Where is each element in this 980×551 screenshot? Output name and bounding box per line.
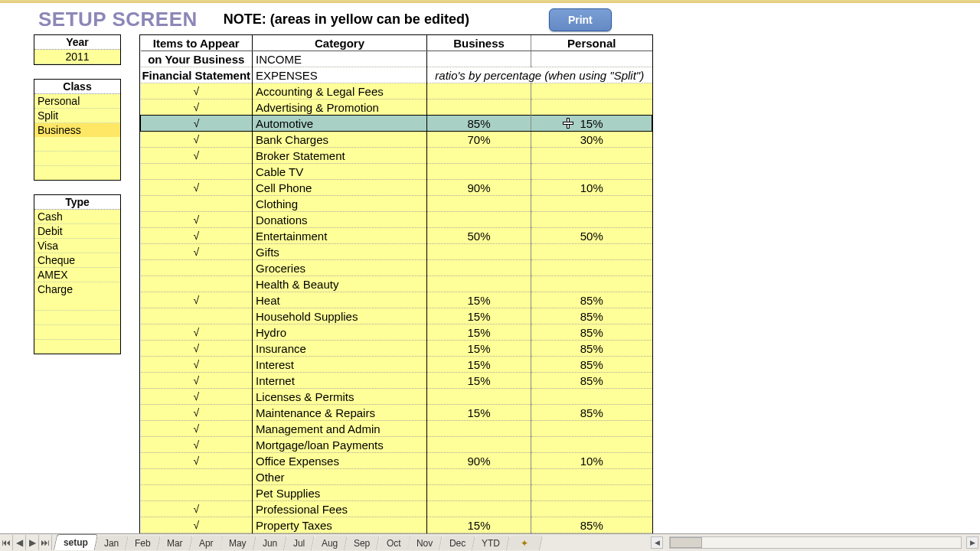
business-pct-cell[interactable] [427, 437, 531, 453]
year-value[interactable]: 2011 [34, 50, 120, 64]
business-pct-cell[interactable]: 15% [427, 405, 531, 421]
include-checkbox[interactable]: √ [141, 501, 253, 517]
business-pct-cell[interactable]: 85% [427, 116, 531, 132]
sheet-tab[interactable]: Jun [253, 536, 287, 550]
business-pct-cell[interactable] [427, 196, 531, 212]
personal-pct-cell[interactable]: 85% [531, 308, 652, 324]
sheet-tab[interactable]: Oct [377, 536, 410, 550]
business-pct-cell[interactable]: 50% [427, 228, 531, 244]
personal-pct-cell[interactable] [531, 99, 652, 116]
type-item[interactable]: Charge [34, 282, 120, 296]
type-empty-row[interactable] [34, 296, 120, 311]
include-checkbox[interactable]: √ [141, 405, 253, 421]
include-checkbox[interactable]: √ [141, 373, 253, 389]
sheet-tab[interactable]: May [220, 536, 256, 550]
business-pct-cell[interactable] [427, 421, 531, 437]
tab-nav-prev[interactable]: ◀ [13, 535, 26, 550]
business-pct-cell[interactable]: 15% [427, 292, 531, 308]
include-checkbox[interactable]: √ [141, 357, 253, 373]
business-pct-cell[interactable] [427, 99, 531, 116]
include-checkbox[interactable]: √ [141, 244, 253, 260]
category-cell[interactable]: Maintenance & Repairs [253, 405, 427, 421]
personal-pct-cell[interactable]: 10% [531, 453, 652, 469]
business-pct-cell[interactable] [427, 244, 531, 260]
income-row[interactable]: INCOME [253, 51, 427, 67]
include-checkbox[interactable]: √ [141, 83, 253, 99]
category-cell[interactable]: Professional Fees [253, 501, 427, 517]
business-pct-cell[interactable] [427, 212, 531, 228]
include-checkbox[interactable] [141, 196, 253, 212]
include-checkbox[interactable] [141, 260, 253, 276]
class-empty-row[interactable] [34, 137, 120, 152]
hscroll-thumb[interactable] [670, 537, 702, 548]
include-checkbox[interactable]: √ [141, 99, 253, 116]
class-item[interactable]: Split [34, 109, 120, 123]
category-cell[interactable]: Internet [253, 373, 427, 389]
personal-pct-cell[interactable] [531, 389, 652, 405]
category-cell[interactable]: Donations [253, 212, 427, 228]
include-checkbox[interactable]: √ [141, 116, 253, 132]
type-empty-row[interactable] [34, 311, 120, 325]
include-checkbox[interactable]: √ [141, 212, 253, 228]
category-cell[interactable]: Clothing [253, 196, 427, 212]
personal-pct-cell[interactable]: 85% [531, 324, 652, 341]
personal-pct-cell[interactable]: 85% [531, 373, 652, 389]
expenses-row[interactable]: EXPENSES [253, 67, 427, 83]
category-cell[interactable]: Heat [253, 292, 427, 308]
category-cell[interactable]: Other [253, 469, 427, 485]
include-checkbox[interactable]: √ [141, 148, 253, 164]
hscroll-track[interactable] [669, 536, 962, 549]
personal-pct-cell[interactable]: 85% [531, 341, 652, 357]
personal-pct-cell[interactable]: 50% [531, 228, 652, 244]
business-pct-cell[interactable] [427, 260, 531, 276]
class-empty-row[interactable] [34, 152, 120, 166]
hscroll-right[interactable]: ▶ [966, 536, 978, 549]
category-cell[interactable]: Entertainment [253, 228, 427, 244]
personal-pct-cell[interactable]: 15% [531, 116, 652, 132]
include-checkbox[interactable]: √ [141, 132, 253, 148]
personal-pct-cell[interactable] [531, 83, 652, 99]
business-pct-cell[interactable] [427, 83, 531, 99]
include-checkbox[interactable]: √ [141, 324, 253, 341]
category-cell[interactable]: Gifts [253, 244, 427, 260]
include-checkbox[interactable]: √ [141, 437, 253, 453]
tab-nav-next[interactable]: ▶ [26, 535, 39, 550]
include-checkbox[interactable] [141, 485, 253, 501]
business-pct-cell[interactable]: 90% [427, 180, 531, 196]
include-checkbox[interactable]: √ [141, 517, 253, 533]
type-item[interactable]: Cash [34, 210, 120, 224]
sheet-tab[interactable]: setup [54, 534, 98, 550]
new-sheet-button[interactable]: ✦ [507, 536, 543, 550]
business-pct-cell[interactable] [427, 389, 531, 405]
business-pct-cell[interactable]: 15% [427, 308, 531, 324]
income-personal[interactable] [531, 51, 652, 67]
business-pct-cell[interactable] [427, 148, 531, 164]
personal-pct-cell[interactable] [531, 196, 652, 212]
print-button[interactable]: Print [549, 8, 612, 31]
business-pct-cell[interactable]: 15% [427, 324, 531, 341]
include-checkbox[interactable]: √ [141, 389, 253, 405]
include-checkbox[interactable]: √ [141, 180, 253, 196]
business-pct-cell[interactable]: 15% [427, 373, 531, 389]
category-cell[interactable]: Interest [253, 357, 427, 373]
hscroll-left[interactable]: ◀ [651, 536, 663, 549]
business-pct-cell[interactable]: 15% [427, 357, 531, 373]
include-checkbox[interactable] [141, 276, 253, 292]
category-cell[interactable]: Office Expenses [253, 453, 427, 469]
personal-pct-cell[interactable] [531, 260, 652, 276]
category-cell[interactable]: Bank Charges [253, 132, 427, 148]
category-cell[interactable]: Accounting & Legal Fees [253, 83, 427, 99]
personal-pct-cell[interactable] [531, 437, 652, 453]
personal-pct-cell[interactable] [531, 469, 652, 485]
sheet-tab[interactable]: Dec [440, 536, 475, 550]
category-cell[interactable]: Cell Phone [253, 180, 427, 196]
business-pct-cell[interactable] [427, 501, 531, 517]
include-checkbox[interactable]: √ [141, 421, 253, 437]
category-cell[interactable]: Pet Supplies [253, 485, 427, 501]
category-cell[interactable]: Automotive [253, 116, 427, 132]
sheet-tab[interactable]: Apr [190, 536, 224, 550]
type-empty-row[interactable] [34, 340, 120, 354]
personal-pct-cell[interactable] [531, 501, 652, 517]
category-cell[interactable]: Health & Beauty [253, 276, 427, 292]
category-cell[interactable]: Property Taxes [253, 517, 427, 533]
